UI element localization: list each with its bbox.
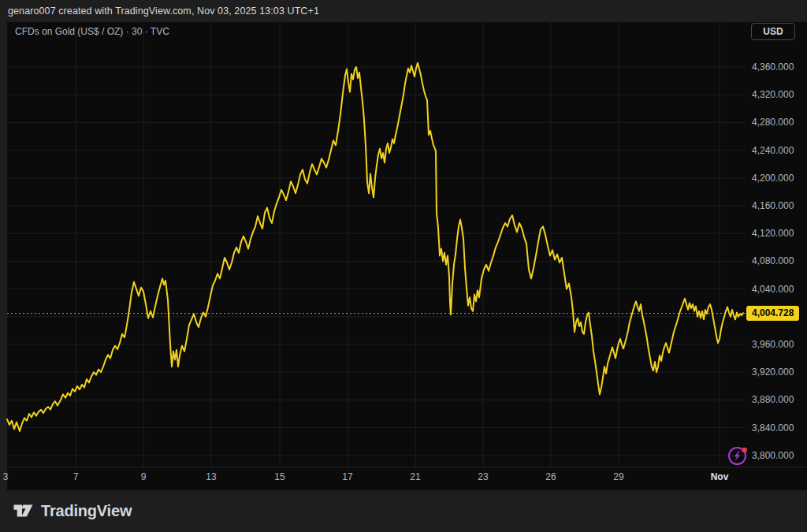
y-axis-tick-label: 4,280.000 [752, 117, 802, 128]
x-axis-tick-label: 3 [3, 471, 9, 482]
current-price-tag: 4,004.728 [746, 306, 799, 321]
y-axis-tick-label: 4,080.000 [752, 255, 802, 266]
x-axis-tick-label: 13 [206, 471, 216, 482]
x-axis-tick-label: 23 [478, 471, 488, 482]
y-axis-tick-label: 3,960.000 [752, 339, 802, 350]
y-axis-tick-label: 4,040.000 [752, 284, 802, 295]
y-axis-tick-label: 3,880.000 [752, 394, 802, 405]
x-axis-tick-label: 9 [141, 471, 147, 482]
x-axis-tick-label: 21 [410, 471, 420, 482]
y-axis-tick-label: 4,200.000 [752, 173, 802, 184]
y-axis-tick-label: 3,800.000 [752, 450, 802, 461]
x-axis-tick-label: Nov [711, 471, 729, 482]
y-axis-tick-label: 4,120.000 [752, 228, 802, 239]
chart-plot-area[interactable] [7, 22, 807, 490]
y-axis-tick-label: 4,360.000 [752, 61, 802, 73]
bottom-bar: TradingView [0, 490, 807, 532]
y-axis-tick-label: 3,920.000 [752, 366, 802, 378]
tradingview-logo-mark-icon [13, 500, 34, 522]
y-axis-tick-label: 3,840.000 [752, 422, 802, 433]
tradingview-logo[interactable]: TradingView [13, 500, 132, 522]
x-axis-tick-label: 26 [545, 471, 556, 482]
tradingview-logo-text: TradingView [41, 502, 132, 520]
y-axis-tick-label: 4,320.000 [752, 89, 802, 100]
watermark-text: genaro007 created with TradingView.com, … [8, 6, 319, 17]
notification-dot [742, 448, 747, 453]
y-axis-tick-label: 4,240.000 [752, 145, 802, 156]
symbol-title: CFDs on Gold (US$ / OZ) · 30 · TVC [15, 26, 169, 37]
y-axis-tick-label: 4,160.000 [752, 200, 802, 211]
x-axis-tick-label: 17 [342, 471, 352, 482]
lightning-bolt-icon [734, 452, 741, 461]
x-axis-tick-label: 7 [73, 471, 79, 482]
currency-button[interactable]: USD [751, 23, 795, 40]
flash-boost-icon[interactable] [726, 444, 749, 467]
x-axis-tick-label: 15 [274, 471, 284, 482]
x-axis-tick-label: 29 [613, 471, 623, 482]
